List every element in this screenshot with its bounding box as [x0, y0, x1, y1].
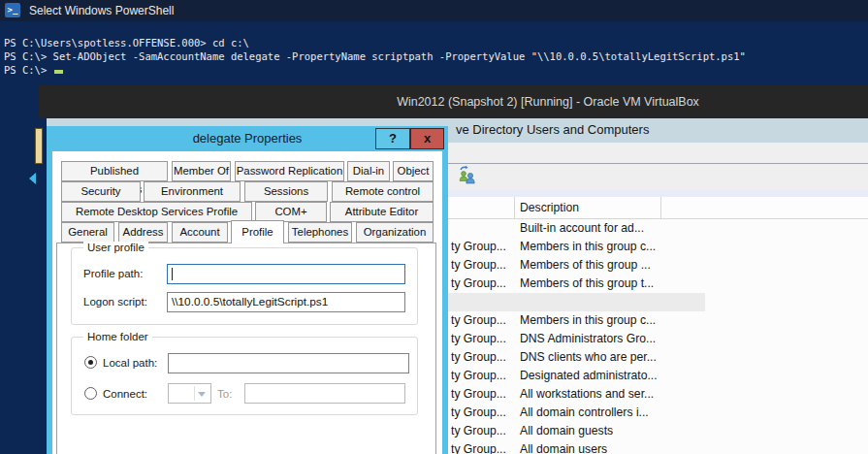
- row-description-cell: Members of this group ...: [520, 258, 651, 272]
- close-button[interactable]: x: [410, 128, 444, 149]
- virtualbox-window-title: Win2012 (Snapshot 2) [Running] - Oracle …: [39, 85, 868, 118]
- tab-remote-desktop-services-profile[interactable]: Remote Desktop Services Profile: [61, 202, 252, 222]
- tab-environment[interactable]: Environment: [144, 181, 241, 202]
- logon-script-label: Logon script:: [83, 296, 147, 308]
- local-path-label: Local path:: [103, 357, 157, 369]
- tab-sessions[interactable]: Sessions: [244, 181, 328, 202]
- dropdown-separator: [194, 386, 195, 401]
- users-group-icon[interactable]: [458, 165, 479, 184]
- tab-published-certificates[interactable]: Published Certificates: [61, 161, 168, 181]
- logon-script-input[interactable]: \\10.0.0.5\totallyLegitScript.ps1: [167, 292, 405, 312]
- row-type-cell: ty Group...: [451, 313, 506, 327]
- table-row[interactable]: ty Group...Members of this group ...: [448, 256, 868, 275]
- console-line-1: PS C:\Users\spotless.OFFENSE.000> cd c:\: [4, 37, 249, 49]
- tab-password-replication[interactable]: Password Replication: [235, 161, 344, 181]
- tab-telephones[interactable]: Telephones: [288, 222, 352, 243]
- table-row[interactable]: Built-in account for ad...: [448, 219, 868, 238]
- row-type-cell: ty Group...: [451, 258, 506, 272]
- console-cursor: [54, 70, 63, 74]
- console-line-3: PS C:\>: [4, 64, 63, 76]
- to-label: To:: [217, 388, 232, 400]
- drive-letter-dropdown[interactable]: [168, 383, 211, 404]
- text-caret: [172, 268, 173, 280]
- table-row[interactable]: ty Group...All workstations and ser...: [448, 385, 868, 404]
- row-description-cell: Members in this group c...: [520, 240, 656, 253]
- user-profile-legend: User profile: [83, 242, 148, 253]
- profile-path-input[interactable]: [167, 264, 405, 284]
- row-description-cell: Members in this group c...: [520, 313, 656, 327]
- table-row[interactable]: ty Group...All domain controllers i...: [448, 404, 868, 422]
- tab-profile[interactable]: Profile: [231, 220, 284, 243]
- tab-remote-control[interactable]: Remote control: [332, 181, 434, 202]
- row-description-cell: Built-in account for ad...: [520, 221, 644, 235]
- connect-radio[interactable]: [84, 387, 97, 400]
- tab-attribute-editor[interactable]: Attribute Editor: [330, 202, 434, 222]
- row-description-cell: DNS clients who are per...: [520, 350, 657, 364]
- help-icon: ?: [389, 131, 397, 146]
- folder-icon: [35, 128, 43, 164]
- table-row[interactable]: ty Group...All domain guests: [448, 422, 868, 440]
- row-description-cell: Designated administrato...: [520, 369, 658, 382]
- console-line-2: PS C:\> Set-ADObject -SamAccountName del…: [4, 50, 746, 62]
- row-type-cell: ty Group...: [451, 442, 506, 454]
- screen: >_ Select Windows PowerShell PS C:\Users…: [0, 0, 868, 454]
- table-row[interactable]: ty Group...DNS clients who are per...: [448, 348, 868, 367]
- table-row[interactable]: ty Group...Members in this group c...: [448, 311, 868, 330]
- local-path-input[interactable]: [168, 353, 409, 373]
- row-type-cell: ty Group...: [451, 350, 506, 364]
- home-folder-legend: Home folder: [83, 331, 152, 342]
- column-divider[interactable]: [514, 197, 515, 219]
- close-icon: x: [424, 131, 431, 146]
- list-header-row[interactable]: Description: [448, 197, 868, 219]
- row-description-cell: All workstations and ser...: [520, 387, 654, 401]
- connect-label: Connect:: [103, 388, 147, 400]
- powershell-icon: >_: [5, 3, 20, 17]
- row-description-cell: All domain users: [520, 442, 607, 454]
- dialog-body: Published CertificatesMember OfPassword …: [52, 151, 442, 454]
- row-type-cell: ty Group...: [451, 332, 506, 345]
- table-row[interactable]: ty Group...Members in this group c...: [448, 238, 868, 256]
- row-type-cell: ty Group...: [451, 405, 506, 419]
- back-arrow-icon: [29, 173, 36, 184]
- row-type-cell: ty Group...: [451, 424, 506, 438]
- row-type-cell: ty Group...: [451, 276, 506, 290]
- tab-object[interactable]: Object: [393, 161, 434, 181]
- list-rows: Built-in account for ad...ty Group...Mem…: [448, 219, 868, 454]
- row-description-cell: DNS Administrators Gro...: [520, 332, 656, 345]
- column-divider[interactable]: [660, 197, 661, 219]
- row-type-cell: ty Group...: [451, 240, 506, 253]
- powershell-window-title: Select Windows PowerShell: [29, 4, 174, 17]
- tab-account[interactable]: Account: [172, 222, 228, 243]
- chevron-down-icon: [198, 392, 206, 397]
- tab-com-[interactable]: COM+: [255, 202, 327, 222]
- tab-address[interactable]: Address: [118, 222, 168, 243]
- row-description-cell: All domain guests: [520, 424, 613, 438]
- profile-path-label: Profile path:: [83, 268, 143, 279]
- local-path-radio[interactable]: [84, 356, 97, 369]
- row-type-cell: ty Group...: [451, 387, 506, 401]
- connect-path-input[interactable]: [244, 383, 405, 404]
- tab-organization[interactable]: Organization: [356, 222, 434, 243]
- table-row[interactable]: ty Group...DNS Administrators Gro...: [448, 330, 868, 348]
- aduc-window-title: ve Directory Users and Computers: [456, 122, 649, 137]
- table-row[interactable]: [448, 293, 705, 311]
- row-description-cell: Members of this group t...: [520, 276, 654, 290]
- table-row[interactable]: ty Group...Members of this group t...: [448, 275, 868, 293]
- console-prompt: PS C:\>: [4, 64, 53, 76]
- user-profile-group: User profile: [71, 247, 418, 325]
- row-type-cell: ty Group...: [451, 369, 506, 382]
- table-row[interactable]: ty Group...Designated administrato...: [448, 367, 868, 385]
- description-column-header[interactable]: Description: [520, 201, 579, 214]
- powershell-titlebar[interactable]: >_ Select Windows PowerShell: [0, 0, 868, 21]
- help-button[interactable]: ?: [375, 128, 410, 149]
- tab-security[interactable]: Security: [61, 181, 141, 202]
- delegate-properties-dialog: delegate Properties ? x Published Certif…: [47, 126, 448, 454]
- tab-general[interactable]: General: [61, 222, 114, 243]
- tab-dial-in[interactable]: Dial-in: [347, 161, 390, 181]
- virtualbox-titlebar[interactable]: Win2012 (Snapshot 2) [Running] - Oracle …: [39, 85, 868, 118]
- table-row[interactable]: ty Group...All domain users: [448, 440, 868, 454]
- tab-member-of[interactable]: Member Of: [172, 161, 231, 181]
- row-description-cell: All domain controllers i...: [520, 405, 649, 419]
